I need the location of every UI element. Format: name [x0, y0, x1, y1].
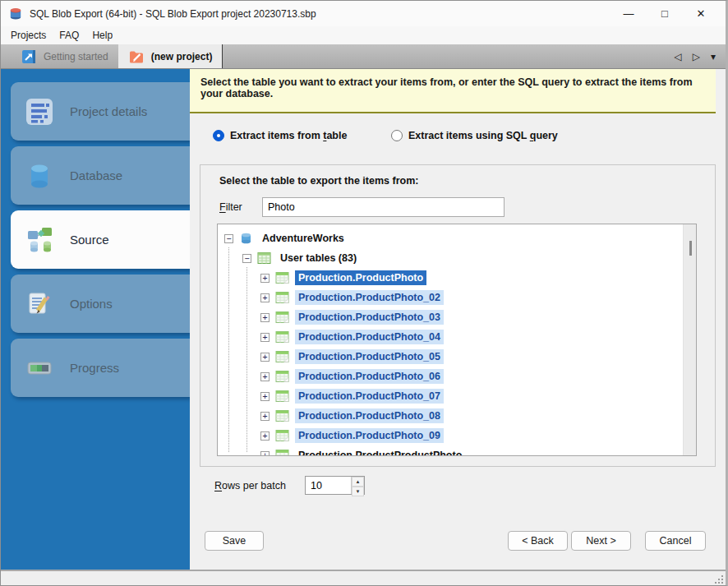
tree-row-label: Production.ProductPhoto_04 — [295, 330, 444, 344]
tree-row[interactable]: + Production.ProductPhoto — [218, 268, 696, 288]
table-icon — [275, 291, 289, 304]
tab-new-project[interactable]: (new project) — [118, 44, 223, 68]
group-title: Select the table to export the items fro… — [219, 175, 418, 187]
table-icon — [275, 330, 289, 344]
radio-extract-from-table[interactable]: Extract items from table — [213, 130, 347, 141]
sidebar: Project details Database — [1, 69, 190, 570]
table-icon — [275, 350, 289, 363]
tree-row[interactable]: + Production.ProductPhoto_06 — [218, 367, 696, 386]
tree-row[interactable]: + Production.ProductProductPhoto — [218, 445, 696, 456]
tree-row[interactable]: + Production.ProductPhoto_03 — [218, 307, 696, 327]
sidebar-item-label: Options — [70, 297, 113, 311]
tree-scrollbar[interactable] — [683, 224, 696, 455]
expand-icon[interactable]: + — [260, 372, 270, 381]
expand-icon[interactable]: + — [260, 412, 270, 421]
tab-nav-back-icon[interactable]: ◁ — [675, 51, 682, 62]
radio-circle — [391, 130, 403, 141]
sidebar-item-options[interactable]: Options — [11, 275, 190, 333]
resize-grip[interactable] — [714, 574, 723, 584]
database-icon — [239, 232, 253, 245]
sidebar-item-database[interactable]: Database — [11, 146, 190, 205]
rows-per-batch-input[interactable] — [306, 477, 351, 494]
window-title: SQL Blob Export (64-bit) - SQL Blob Expo… — [30, 8, 316, 20]
expand-icon[interactable]: + — [260, 333, 270, 342]
tree-row[interactable]: + Production.ProductPhoto_02 — [218, 288, 696, 307]
table-icon — [275, 271, 289, 284]
info-banner: Select the table you want to extract you… — [190, 69, 716, 113]
options-icon — [23, 288, 56, 321]
new-project-icon — [128, 48, 145, 65]
back-button[interactable]: < Back — [508, 531, 568, 551]
rows-per-batch-label: Rows per batch — [214, 480, 305, 491]
tree-row-label: Production.ProductProductPhoto — [295, 448, 465, 456]
scrollbar-thumb[interactable] — [689, 241, 692, 256]
filter-input[interactable] — [262, 197, 505, 217]
table-icon — [275, 370, 289, 383]
tree-row-label: Production.ProductPhoto_06 — [295, 369, 444, 384]
cancel-button[interactable]: Cancel — [645, 531, 706, 551]
database-icon — [23, 159, 56, 192]
getting-started-icon — [21, 48, 37, 65]
source-icon — [23, 224, 56, 256]
project-details-icon — [23, 95, 56, 128]
maximize-button[interactable]: □ — [647, 1, 683, 26]
progress-icon — [23, 352, 56, 385]
collapse-icon[interactable]: − — [242, 254, 251, 263]
expand-icon[interactable]: + — [260, 451, 270, 457]
table-tree: − AdventureWorks − — [217, 224, 697, 456]
menu-bar: Projects FAQ Help — [1, 26, 726, 44]
sidebar-item-project-details[interactable]: Project details — [11, 82, 190, 141]
expand-icon[interactable]: + — [260, 392, 270, 401]
tree-row[interactable]: + Production.ProductPhoto_05 — [218, 347, 696, 367]
minimize-button[interactable]: — — [611, 1, 647, 26]
sidebar-item-label: Project details — [70, 104, 147, 118]
tree-row[interactable]: + Production.ProductPhoto_04 — [218, 327, 696, 347]
tree-row-label: User tables (83) — [277, 251, 360, 265]
save-button[interactable]: Save — [205, 531, 264, 551]
menu-item-projects[interactable]: Projects — [4, 26, 53, 44]
tree-row[interactable]: + Production.ProductPhoto_09 — [218, 426, 696, 445]
tab-nav-forward-icon[interactable]: ▷ — [693, 51, 700, 62]
app-window: SQL Blob Export (64-bit) - SQL Blob Expo… — [0, 0, 728, 586]
table-icon — [275, 409, 289, 422]
sidebar-item-source[interactable]: Source — [11, 210, 190, 269]
tab-bar: Getting started (new project) ◁ ▷ ▾ — [1, 44, 726, 69]
sidebar-item-label: Progress — [70, 361, 119, 375]
tree-row-label: Production.ProductPhoto_03 — [295, 310, 444, 325]
tree-row-user-tables[interactable]: − User tables (83) — [218, 248, 696, 268]
sidebar-item-label: Database — [70, 168, 122, 182]
radio-extract-sql-query[interactable]: Extract items using SQL query — [391, 130, 558, 141]
tab-nav-more-icon[interactable]: ▾ — [711, 51, 716, 62]
expand-icon[interactable]: + — [260, 353, 270, 362]
expand-icon[interactable]: + — [260, 274, 270, 283]
filter-row: Filter — [219, 197, 505, 217]
tree-row-label: Production.ProductPhoto — [295, 270, 426, 285]
tree-row[interactable]: + Production.ProductPhoto_08 — [218, 406, 696, 426]
collapse-icon[interactable]: − — [224, 234, 233, 243]
spinner-down-button[interactable]: ▼ — [352, 487, 364, 496]
tree-row-database[interactable]: − AdventureWorks — [218, 228, 696, 248]
table-icon — [275, 429, 289, 442]
spinner-up-button[interactable]: ▲ — [352, 477, 364, 487]
expand-icon[interactable]: + — [260, 431, 270, 441]
menu-item-faq[interactable]: FAQ — [53, 26, 85, 44]
expand-icon[interactable]: + — [260, 313, 270, 322]
tree-row-label: AdventureWorks — [259, 231, 348, 246]
table-icon — [275, 311, 289, 324]
tab-getting-started[interactable]: Getting started — [11, 44, 118, 68]
tree-row-label: Production.ProductPhoto_02 — [295, 290, 444, 305]
radio-label: Extract items from table — [230, 130, 347, 141]
tree-row[interactable]: + Production.ProductPhoto_07 — [218, 386, 696, 406]
radio-circle — [213, 130, 224, 141]
close-button[interactable]: ✕ — [683, 1, 719, 26]
app-icon — [9, 7, 22, 21]
table-icon — [275, 390, 289, 403]
window-body: Project details Database — [1, 69, 726, 570]
expand-icon[interactable]: + — [260, 293, 270, 302]
tree-row-label: Production.ProductPhoto_08 — [295, 408, 444, 423]
next-button[interactable]: Next > — [571, 531, 631, 551]
main-panel: Select the table you want to extract you… — [190, 69, 726, 570]
sidebar-item-progress[interactable]: Progress — [11, 339, 190, 397]
menu-item-help[interactable]: Help — [85, 26, 119, 44]
extract-mode-options: Extract items from table Extract items u… — [190, 130, 726, 148]
